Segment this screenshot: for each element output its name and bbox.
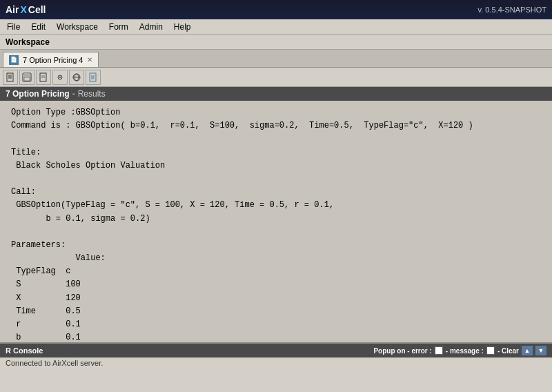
- console-status-text: Connected to AirXcell server.: [6, 359, 103, 367]
- svg-rect-0: [7, 73, 13, 81]
- menu-workspace[interactable]: Workspace: [52, 21, 102, 33]
- new-doc-icon: [6, 72, 15, 82]
- svg-rect-6: [24, 77, 30, 81]
- result-call-line2: b = 0.1, sigma = 0.2): [11, 213, 541, 226]
- download-icon: [88, 72, 98, 82]
- tab-label: 7 Option Pricing 4: [23, 56, 83, 64]
- clear-label: - Clear: [497, 347, 519, 355]
- edit-icon: [39, 72, 48, 82]
- result-line-2: Command is : GBSOption( b=0.1, r=0.1, S=…: [11, 119, 541, 133]
- tab-close-button[interactable]: ✕: [87, 57, 92, 63]
- menu-edit[interactable]: Edit: [27, 21, 50, 33]
- toolbar-save-button[interactable]: [19, 70, 34, 85]
- result-call-label: Call:: [11, 186, 541, 199]
- console-label: R Console: [6, 346, 43, 355]
- popup-error-checkbox[interactable]: ✓: [435, 346, 443, 355]
- workspace-title: Workspace: [6, 37, 50, 47]
- result-line-1: Option Type :GBSOption: [11, 106, 541, 119]
- logo-air: Air: [6, 4, 19, 15]
- menu-form[interactable]: Form: [105, 21, 132, 33]
- popup-message-checkbox[interactable]: [486, 346, 495, 355]
- toolbar-globe-button[interactable]: [69, 70, 84, 85]
- app-version: v. 0.5.4-SNAPSHOT: [478, 6, 546, 14]
- result-params-label: Parameters:: [11, 239, 541, 252]
- toolbar-new-button[interactable]: [3, 70, 18, 85]
- workspace-label: Workspace: [0, 35, 552, 50]
- tab-doc-icon: 📄: [9, 55, 19, 65]
- scroll-up-button[interactable]: ▲: [522, 346, 533, 355]
- result-call-line1: GBSOption(TypeFlag = "c", S = 100, X = 1…: [11, 199, 541, 212]
- menu-bar: File Edit Workspace Form Admin Help: [0, 19, 552, 35]
- svg-rect-5: [24, 73, 30, 77]
- menu-admin[interactable]: Admin: [135, 21, 167, 33]
- toolbar-edit-button[interactable]: [36, 70, 51, 85]
- console-status: Connected to AirXcell server.: [0, 357, 552, 369]
- console-header: R Console Popup on - error : ✓ - message…: [0, 344, 552, 357]
- result-title-label: Title:: [11, 146, 541, 159]
- message-label: - message :: [446, 347, 484, 355]
- tab-option-pricing[interactable]: 📄 7 Option Pricing 4 ✕: [3, 52, 99, 67]
- toolbar: [0, 68, 552, 87]
- result-param-time: Time 0.5: [11, 305, 541, 318]
- save-icon: [22, 72, 32, 82]
- results-header: 7 Option Pricing - Results: [0, 87, 552, 101]
- result-params-header: Value:: [11, 252, 541, 265]
- popup-label: Popup on - error :: [373, 347, 431, 355]
- results-content: Option Type :GBSOption Command is : GBSO…: [0, 101, 552, 342]
- logo-x: X: [20, 4, 26, 15]
- result-param-r: r 0.1: [11, 318, 541, 331]
- console-controls: Popup on - error : ✓ - message : - Clear…: [373, 346, 546, 355]
- result-param-b: b 0.1: [11, 331, 541, 342]
- results-title: 7 Option Pricing: [6, 89, 70, 99]
- settings-icon: [55, 72, 65, 82]
- bottom-bar: R Console Popup on - error : ✓ - message…: [0, 342, 552, 371]
- logo-cell: Cell: [28, 4, 46, 15]
- globe-icon: [72, 72, 81, 82]
- svg-point-11: [59, 77, 61, 78]
- menu-file[interactable]: File: [3, 21, 24, 33]
- result-param-typeflag: TypeFlag c: [11, 265, 541, 278]
- app-logo: AirXCell: [6, 4, 46, 15]
- result-param-x: X 120: [11, 292, 541, 305]
- toolbar-settings-button[interactable]: [52, 70, 68, 85]
- results-separator: -: [72, 89, 75, 99]
- toolbar-download-button[interactable]: [86, 70, 101, 85]
- check-empty-icon: [490, 348, 491, 354]
- result-param-s: S 100: [11, 278, 541, 291]
- menu-help[interactable]: Help: [170, 21, 195, 33]
- scroll-down-button[interactable]: ▼: [535, 346, 546, 355]
- tab-bar: 📄 7 Option Pricing 4 ✕: [0, 50, 552, 68]
- result-title-value: Black Scholes Option Valuation: [11, 159, 541, 173]
- check-icon: ✓: [436, 348, 441, 354]
- title-bar: AirXCell v. 0.5.4-SNAPSHOT: [0, 0, 552, 19]
- results-subtitle: Results: [78, 89, 106, 99]
